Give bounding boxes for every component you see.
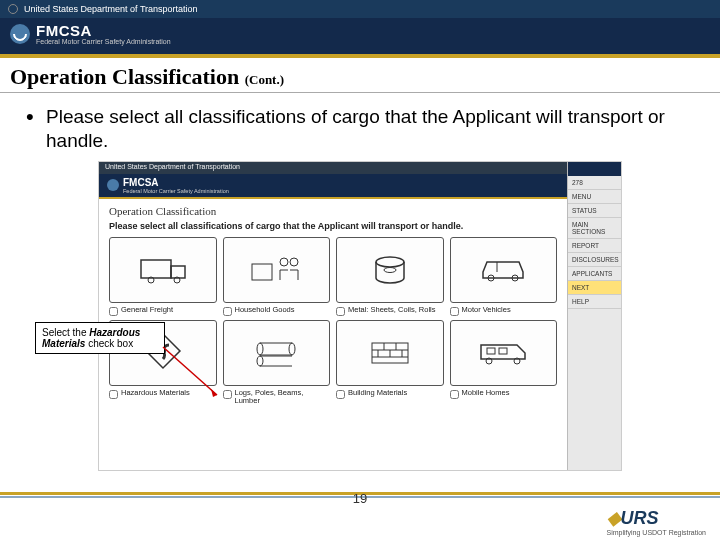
cargo-checkbox-row[interactable]: Hazardous Materials <box>109 389 217 399</box>
logs-icon <box>223 320 331 386</box>
cargo-checkbox[interactable] <box>450 390 459 399</box>
cargo-option: Logs, Poles, Beams, Lumber <box>223 320 331 406</box>
ss-topbar: United States Department of Transportati… <box>99 162 567 174</box>
ss-logo-icon <box>107 179 119 191</box>
cargo-label: General Freight <box>121 306 173 314</box>
cargo-option: Metal: Sheets, Coils, Rolls <box>336 237 444 316</box>
cargo-checkbox[interactable] <box>109 390 118 399</box>
cargo-checkbox[interactable] <box>109 307 118 316</box>
bricks-icon <box>336 320 444 386</box>
cargo-checkbox-row[interactable]: General Freight <box>109 306 217 316</box>
embedded-screenshot: United States Department of Transportati… <box>98 161 622 471</box>
svg-point-8 <box>384 267 396 272</box>
fmcsa-header: FMCSA Federal Motor Carrier Safety Admin… <box>0 18 720 58</box>
cargo-label: Mobile Homes <box>462 389 510 397</box>
sidebar-item[interactable]: REPORT <box>568 239 621 253</box>
rv-icon <box>450 320 558 386</box>
cargo-checkbox-row[interactable]: Mobile Homes <box>450 389 558 399</box>
sidebar-item[interactable]: 278 <box>568 176 621 190</box>
ss-section-title: Operation Classification <box>109 205 557 217</box>
cargo-label: Logs, Poles, Beams, Lumber <box>235 389 331 406</box>
cargo-option: Motor Vehicles <box>450 237 558 316</box>
ss-header: FMCSA Federal Motor Carrier Safety Admin… <box>99 174 567 199</box>
svg-point-7 <box>376 257 404 267</box>
dot-seal-icon <box>8 4 18 14</box>
page-number: 19 <box>0 491 720 506</box>
cargo-checkbox[interactable] <box>223 307 232 316</box>
house-icon <box>223 237 331 303</box>
cargo-checkbox-row[interactable]: Logs, Poles, Beams, Lumber <box>223 389 331 406</box>
sidebar-item[interactable]: STATUS <box>568 204 621 218</box>
cargo-checkbox-row[interactable]: Household Goods <box>223 306 331 316</box>
sidebar-item[interactable]: MAIN SECTIONS <box>568 218 621 239</box>
sidebar-item[interactable]: DISCLOSURES <box>568 253 621 267</box>
urs-logo: ◆URS Simplifying USDOT Registration <box>607 507 706 536</box>
ss-sidebar: 278MENUSTATUSMAIN SECTIONSREPORTDISCLOSU… <box>567 162 621 470</box>
svg-point-14 <box>257 343 263 355</box>
cargo-label: Hazardous Materials <box>121 389 190 397</box>
cargo-option: Household Goods <box>223 237 331 316</box>
sidebar-item-active[interactable]: NEXT <box>568 281 621 295</box>
cargo-option: Mobile Homes <box>450 320 558 406</box>
cargo-option: General Freight <box>109 237 217 316</box>
sidebar-item[interactable]: HELP <box>568 295 621 309</box>
svg-point-6 <box>290 258 298 266</box>
fmcsa-subtitle: Federal Motor Carrier Safety Administrat… <box>36 38 171 45</box>
svg-rect-25 <box>487 348 495 354</box>
sidebar-item[interactable]: MENU <box>568 190 621 204</box>
cargo-checkbox-row[interactable]: Motor Vehicles <box>450 306 558 316</box>
svg-rect-4 <box>252 264 272 280</box>
svg-point-5 <box>280 258 288 266</box>
cargo-grid: General Freight Household Goods Metal: S… <box>109 237 557 406</box>
slide-footer: 19 ◆URS Simplifying USDOT Registration <box>0 492 720 540</box>
svg-rect-26 <box>499 348 507 354</box>
dept-topbar: United States Department of Transportati… <box>0 0 720 18</box>
callout-box: Select the Hazardous Materials check box <box>35 322 165 354</box>
coil-icon <box>336 237 444 303</box>
cargo-label: Metal: Sheets, Coils, Rolls <box>348 306 436 314</box>
cargo-checkbox-row[interactable]: Building Materials <box>336 389 444 399</box>
ss-instruction: Please select all classifications of car… <box>109 221 557 231</box>
svg-rect-1 <box>171 266 185 278</box>
svg-point-15 <box>289 343 295 355</box>
svg-rect-0 <box>141 260 171 278</box>
cargo-checkbox[interactable] <box>223 390 232 399</box>
instruction-bullet: Please select all classifications of car… <box>0 93 720 161</box>
cargo-option: Building Materials <box>336 320 444 406</box>
cargo-checkbox[interactable] <box>336 390 345 399</box>
cargo-label: Building Materials <box>348 389 407 397</box>
cargo-checkbox[interactable] <box>450 307 459 316</box>
fmcsa-title: FMCSA <box>36 22 171 39</box>
slide-title: Operation Classification (Cont.) <box>0 58 720 93</box>
svg-point-16 <box>257 356 263 366</box>
dept-name: United States Department of Transportati… <box>24 4 198 14</box>
fmcsa-logo-icon <box>10 24 30 44</box>
sidebar-item[interactable]: APPLICANTS <box>568 267 621 281</box>
cargo-checkbox-row[interactable]: Metal: Sheets, Coils, Rolls <box>336 306 444 316</box>
cargo-label: Motor Vehicles <box>462 306 511 314</box>
cargo-label: Household Goods <box>235 306 295 314</box>
cargo-checkbox[interactable] <box>336 307 345 316</box>
car-icon <box>450 237 558 303</box>
truck-icon <box>109 237 217 303</box>
